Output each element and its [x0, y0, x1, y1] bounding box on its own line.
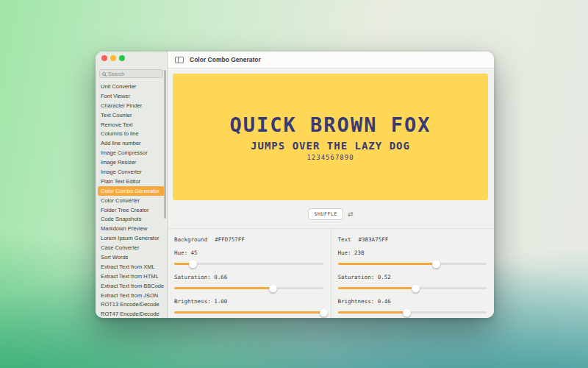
sidebar-item-character-finder[interactable]: Character Finder: [98, 101, 165, 110]
text-hue-label: Hue: 238: [338, 250, 487, 256]
zoom-button[interactable]: [119, 55, 125, 61]
titlebar: Color Combo Generator: [168, 52, 494, 68]
sidebar-item-image-resizer[interactable]: Image Resizer: [98, 158, 165, 167]
preview-line-3: 1234567890: [306, 154, 354, 161]
minimize-button[interactable]: [110, 55, 116, 61]
background-brightness-label: Brightness: 1.00: [174, 298, 323, 305]
slider-thumb[interactable]: [412, 284, 420, 292]
main-panel: Color Combo Generator QUICK BROWN FOX JU…: [168, 52, 494, 318]
sidebar-item-rot47-encode-decode[interactable]: ROT47 Encode/Decode: [98, 309, 165, 318]
slider-fill: [174, 263, 193, 265]
sidebar-item-image-compressor[interactable]: Image Compressor: [98, 148, 165, 158]
color-preview: QUICK BROWN FOX JUMPS OVER THE LAZY DOG …: [173, 74, 488, 200]
sidebar-item-extract-text-from-html[interactable]: Extract Text from HTML: [98, 272, 165, 281]
slider-thumb[interactable]: [432, 260, 440, 268]
sidebar-item-remove-text[interactable]: Remove Text: [98, 120, 165, 130]
sidebar-item-plain-text-editor[interactable]: Plain Text Editor: [98, 177, 165, 186]
slider-fill: [174, 287, 273, 289]
text-label: Text: [338, 236, 351, 243]
background-label: Background: [174, 236, 207, 243]
text-brightness-slider[interactable]: [338, 311, 487, 314]
sidebar-item-lorem-ipsum-generator[interactable]: Lorem Ipsum Generator: [98, 233, 165, 243]
swap-colors-icon[interactable]: ⇄: [348, 211, 354, 218]
text-brightness-label: Brightness: 0.46: [338, 298, 487, 305]
sidebar-toggle-icon[interactable]: [175, 57, 184, 63]
slider-thumb[interactable]: [320, 308, 328, 316]
window-controls: [101, 55, 125, 61]
sidebar-scrollbar[interactable]: [164, 70, 166, 219]
close-button[interactable]: [101, 55, 107, 61]
sidebar-item-columns-to-line[interactable]: Columns to line: [98, 129, 165, 138]
sidebar-item-extract-text-from-bbcode[interactable]: Extract Text from BBCode: [98, 281, 165, 291]
sidebar-item-markdown-preview[interactable]: Markdown Preview: [98, 224, 165, 233]
sidebar-tool-list: Unit Converter Font Viewer Character Fin…: [98, 82, 165, 318]
slider-fill: [338, 263, 437, 265]
content-area: QUICK BROWN FOX JUMPS OVER THE LAZY DOG …: [168, 68, 494, 318]
background-hue-label: Hue: 45: [174, 250, 323, 256]
search-placeholder: Search: [108, 71, 124, 77]
sidebar-item-add-line-number[interactable]: Add line number: [98, 138, 165, 148]
sidebar-item-code-snapshots[interactable]: Code Snapshots: [98, 214, 165, 224]
background-controls: Background #FFD757FF Hue: 45 Saturation:…: [168, 229, 331, 318]
sidebar-item-text-counter[interactable]: Text Counter: [98, 110, 165, 120]
sidebar: Search Unit Converter Font Viewer Charac…: [96, 52, 168, 318]
background-saturation-slider[interactable]: [174, 287, 323, 289]
sidebar-item-rot13-encode-decode[interactable]: ROT13 Encode/Decode: [98, 300, 165, 309]
shuffle-row: SHUFFLE ⇄: [168, 200, 494, 229]
search-input[interactable]: Search: [99, 69, 163, 78]
background-hex-value: #FFD757FF: [215, 236, 245, 243]
sidebar-item-extract-text-from-json[interactable]: Extract Text from JSON: [98, 291, 165, 300]
slider-fill: [174, 311, 323, 314]
sidebar-item-case-converter[interactable]: Case Converter: [98, 243, 165, 252]
text-saturation-slider[interactable]: [338, 287, 487, 289]
shuffle-button[interactable]: SHUFFLE: [308, 208, 343, 220]
slider-fill: [338, 287, 415, 289]
text-hex-value: #383A75FF: [359, 236, 389, 243]
window-title: Color Combo Generator: [190, 56, 261, 63]
text-hue-slider[interactable]: [338, 263, 487, 265]
background-brightness-slider[interactable]: [174, 311, 323, 314]
text-saturation-label: Saturation: 0.52: [338, 274, 487, 280]
preview-line-1: QUICK BROWN FOX: [230, 113, 431, 136]
sidebar-item-color-converter[interactable]: Color Converter: [98, 196, 165, 205]
slider-thumb[interactable]: [403, 308, 411, 316]
background-hue-slider[interactable]: [174, 263, 323, 265]
app-window: Search Unit Converter Font Viewer Charac…: [96, 52, 494, 318]
preview-line-2: JUMPS OVER THE LAZY DOG: [251, 140, 410, 152]
sidebar-item-unit-converter[interactable]: Unit Converter: [98, 82, 165, 91]
slider-section: Background #FFD757FF Hue: 45 Saturation:…: [168, 229, 494, 318]
background-saturation-label: Saturation: 0.66: [174, 274, 323, 280]
slider-thumb[interactable]: [269, 284, 277, 292]
search-icon: [102, 72, 106, 76]
slider-fill: [338, 311, 406, 314]
sidebar-item-sort-words[interactable]: Sort Words: [98, 252, 165, 262]
sidebar-item-color-combo-generator[interactable]: Color Combo Generator: [98, 186, 165, 196]
sidebar-item-folder-tree-creator[interactable]: Folder Tree Creator: [98, 205, 165, 215]
sidebar-item-image-converter[interactable]: Image Converter: [98, 167, 165, 177]
slider-thumb[interactable]: [189, 260, 197, 268]
desktop-background: Search Unit Converter Font Viewer Charac…: [0, 0, 588, 368]
sidebar-item-font-viewer[interactable]: Font Viewer: [98, 91, 165, 101]
text-controls: Text #383A75FF Hue: 238 Saturation: 0.52: [331, 229, 495, 318]
sidebar-item-extract-text-from-xml[interactable]: Extract Text from XML: [98, 262, 165, 272]
